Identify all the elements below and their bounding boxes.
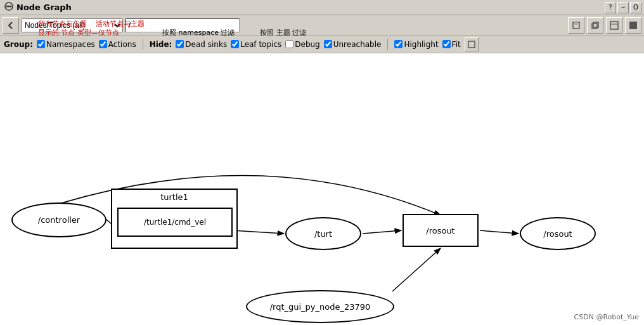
highlight-label: Highlight	[404, 40, 438, 49]
options-bar: Group: Namespaces Actions Hide: Dead sin…	[0, 36, 644, 53]
highlight-checkbox[interactable]	[394, 40, 402, 48]
svg-line-17	[480, 230, 518, 234]
svg-line-15	[233, 230, 284, 234]
node-turtle1-cmd-label: /turtle1/cmd_vel	[144, 218, 206, 227]
svg-rect-5	[574, 22, 578, 25]
svg-rect-6	[592, 23, 597, 29]
fit-label: Fit	[452, 40, 461, 49]
leaf-topics-checkbox[interactable]	[231, 40, 239, 48]
dead-sinks-checkbox[interactable]	[176, 40, 184, 48]
toolbar: Nodes/Topics (all)	[0, 15, 644, 36]
minimize-button[interactable]: −	[617, 2, 629, 13]
svg-rect-7	[593, 22, 598, 27]
node-controller-label: /controller	[38, 215, 80, 225]
debug-checkbox[interactable]	[285, 40, 293, 48]
window: Node Graph ? − O Nodes/Topics (all)	[0, 0, 644, 325]
separator-2	[387, 39, 388, 50]
separator-1	[143, 39, 143, 50]
leaf-topics-label: Leaf topics	[240, 40, 281, 49]
svg-point-1	[6, 6, 8, 8]
actions-checkbox[interactable]	[99, 40, 107, 48]
node-rosout-oval[interactable]: /rosout	[520, 217, 596, 250]
node-turt[interactable]: /turt	[285, 217, 361, 250]
graph-canvas[interactable]: /controller turtle1 /turtle1/cmd_vel /tu…	[0, 53, 644, 325]
help-button[interactable]: ?	[605, 2, 616, 13]
back-button[interactable]	[3, 17, 19, 34]
dead-sinks-checkbox-label[interactable]: Dead sinks	[176, 40, 227, 49]
close-button[interactable]: O	[630, 2, 641, 13]
watermark: CSDN @Robot_Yue	[574, 313, 639, 321]
svg-rect-8	[610, 22, 618, 29]
node-turtle1-group-label: turtle1	[112, 190, 236, 202]
node-rosout-rect-label: /rosout	[426, 226, 454, 235]
copy-button[interactable]	[587, 17, 603, 34]
hide-label: Hide:	[150, 40, 172, 49]
nodes-topics-dropdown[interactable]: Nodes/Topics (all)	[22, 18, 123, 32]
svg-point-3	[10, 6, 12, 8]
unreachable-checkbox[interactable]	[324, 40, 332, 48]
node-rqt-gui[interactable]: /rqt_gui_py_node_23790	[246, 290, 394, 323]
highlight-checkbox-label[interactable]: Highlight	[394, 40, 438, 49]
unreachable-label: Unreachable	[333, 40, 382, 49]
fit-checkbox[interactable]	[442, 40, 451, 48]
node-turtle1-group[interactable]: turtle1 /turtle1/cmd_vel	[111, 189, 238, 249]
actions-checkbox-label[interactable]: Actions	[99, 40, 136, 49]
svg-rect-10	[629, 22, 637, 29]
namespaces-label: Namespaces	[46, 40, 95, 49]
node-rosout-rect[interactable]: /rosout	[402, 214, 479, 247]
svg-line-18	[392, 248, 441, 291]
debug-label: Debug	[295, 40, 319, 49]
filter-input[interactable]	[126, 18, 240, 32]
svg-rect-11	[468, 41, 475, 48]
dead-sinks-label: Dead sinks	[185, 40, 227, 49]
node-turt-label: /turt	[314, 229, 332, 239]
settings-button[interactable]	[606, 17, 622, 34]
fit-checkbox-label[interactable]: Fit	[442, 40, 461, 49]
node-rqt-gui-label: /rqt_gui_py_node_23790	[270, 302, 371, 312]
node-turtle1-cmd[interactable]: /turtle1/cmd_vel	[117, 208, 233, 237]
title-bar: Node Graph ? − O	[0, 0, 644, 15]
svg-line-16	[363, 230, 401, 234]
actions-label: Actions	[108, 40, 136, 49]
group-label: Group:	[4, 40, 33, 49]
leaf-topics-checkbox-label[interactable]: Leaf topics	[231, 40, 281, 49]
namespaces-checkbox[interactable]	[37, 40, 45, 48]
unreachable-checkbox-label[interactable]: Unreachable	[324, 40, 382, 49]
window-title: Node Graph	[16, 3, 72, 12]
graph-arrows	[0, 53, 644, 325]
debug-checkbox-label[interactable]: Debug	[285, 40, 319, 49]
namespaces-checkbox-label[interactable]: Namespaces	[37, 40, 95, 49]
node-controller[interactable]: /controller	[11, 202, 106, 237]
window-icon	[4, 1, 14, 13]
svg-point-2	[8, 6, 10, 8]
save-button[interactable]	[568, 17, 584, 34]
node-rosout-oval-label: /rosout	[543, 229, 572, 239]
fit-icon-button[interactable]	[465, 37, 479, 51]
title-buttons: ? − O	[605, 2, 641, 13]
zoom-button[interactable]	[625, 17, 641, 34]
